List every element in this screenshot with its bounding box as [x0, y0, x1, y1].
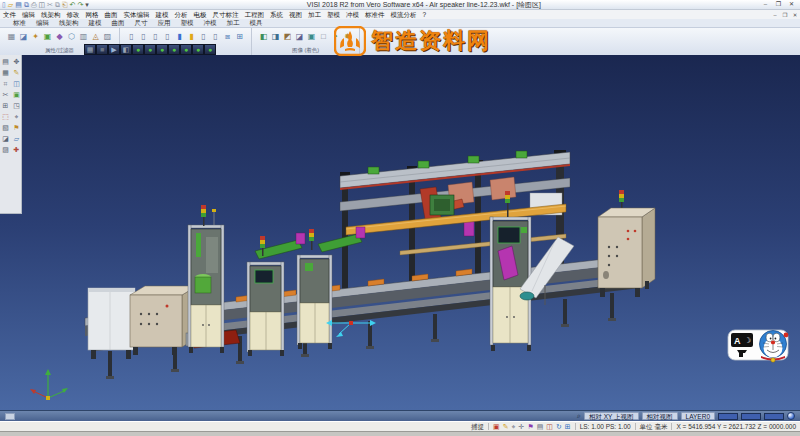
- ribbon-tool-icon[interactable]: ▣: [306, 30, 317, 43]
- view-orientation-icon[interactable]: ●: [204, 44, 216, 55]
- ribbon-tab[interactable]: 线架构: [54, 19, 84, 27]
- menu-item[interactable]: 分析: [172, 10, 191, 19]
- ribbon-tool-icon[interactable]: ◩: [282, 30, 293, 43]
- ribbon-tool-icon[interactable]: ▣: [42, 30, 53, 43]
- titlebar-tool-icon[interactable]: ▱: [8, 1, 13, 9]
- ribbon-tool-icon[interactable]: ⊞: [234, 30, 245, 43]
- ribbon-tool-icon[interactable]: ▮: [174, 30, 185, 43]
- titlebar-tool-icon[interactable]: ⎙: [31, 1, 37, 9]
- machine-3d-scene[interactable]: [0, 55, 800, 410]
- ribbon-tool-icon[interactable]: ◪: [18, 30, 29, 43]
- palette-tool-icon[interactable]: ✚: [11, 144, 22, 155]
- render-mode-icon[interactable]: [787, 412, 795, 420]
- ribbon-tab[interactable]: 建模: [84, 19, 107, 27]
- titlebar-tool-icon[interactable]: ▤: [15, 1, 22, 9]
- ribbon-tool-icon[interactable]: ▥: [78, 30, 89, 43]
- ribbon-tab[interactable]: 曲面: [107, 19, 130, 27]
- ribbon-tool-icon[interactable]: ▮: [186, 30, 197, 43]
- ribbon-tool-icon[interactable]: ▦: [6, 30, 17, 43]
- ribbon-tool-icon[interactable]: ◬: [90, 30, 101, 43]
- minimize-button[interactable]: –: [759, 0, 772, 9]
- workplane-selector[interactable]: 相对 XY 上视图: [584, 412, 639, 420]
- view-orientation-icon[interactable]: ▶: [108, 44, 120, 55]
- ribbon-tool-icon[interactable]: ▯: [210, 30, 221, 43]
- menu-item[interactable]: 塑模: [324, 10, 343, 19]
- menu-item[interactable]: 加工: [305, 10, 324, 19]
- palette-tool-icon[interactable]: ◫: [11, 78, 22, 89]
- palette-tool-icon[interactable]: ▦: [0, 67, 11, 78]
- ribbon-tool-icon[interactable]: ▯: [162, 30, 173, 43]
- menu-item[interactable]: 曲面: [102, 10, 121, 19]
- snap-toggle-icon[interactable]: ↻: [556, 423, 562, 431]
- view-orientation-icon[interactable]: ◧: [120, 44, 132, 55]
- maximize-button[interactable]: ❐: [772, 0, 785, 9]
- titlebar-tool-icon[interactable]: ↷: [77, 1, 83, 9]
- snap-toggle-icon[interactable]: ✎: [503, 423, 509, 431]
- view-orientation-icon[interactable]: ▦: [84, 44, 96, 55]
- palette-tool-icon[interactable]: ▨: [0, 144, 11, 155]
- snap-toggle-icon[interactable]: ⚑: [527, 423, 533, 431]
- titlebar-tool-icon[interactable]: ⧉: [55, 1, 60, 9]
- ribbon-tab[interactable]: 应用: [153, 19, 176, 27]
- ribbon-tab[interactable]: 冲模: [199, 19, 222, 27]
- titlebar-tool-icon[interactable]: ▯: [2, 1, 6, 9]
- view-orientation-icon[interactable]: ●: [180, 44, 192, 55]
- ribbon-tab[interactable]: 塑模: [176, 19, 199, 27]
- menu-item[interactable]: 网格: [83, 10, 102, 19]
- ribbon-tool-icon[interactable]: ◔: [330, 30, 341, 43]
- palette-tool-icon[interactable]: ◪: [0, 133, 11, 144]
- view-orientation-icon[interactable]: ●: [144, 44, 156, 55]
- menu-item[interactable]: 电极: [191, 10, 210, 19]
- menu-item[interactable]: 实体编辑: [121, 10, 153, 19]
- search-icon[interactable]: ⌕: [577, 412, 581, 420]
- color-swatch[interactable]: [741, 413, 761, 420]
- assistbar-handle[interactable]: [5, 413, 15, 420]
- palette-tool-icon[interactable]: ✎: [11, 67, 22, 78]
- layer-selector[interactable]: LAYER0: [681, 412, 715, 420]
- view-orientation-icon[interactable]: ●: [192, 44, 204, 55]
- menu-item[interactable]: 工程图: [242, 10, 268, 19]
- ime-toolbar-widget[interactable]: A ☽: [727, 327, 793, 365]
- palette-tool-icon[interactable]: ⬚: [0, 111, 11, 122]
- menu-item[interactable]: 尺寸标注: [210, 10, 242, 19]
- snap-toggle-icon[interactable]: ◫: [546, 423, 553, 431]
- ribbon-tab[interactable]: 编辑: [31, 19, 54, 27]
- menu-item[interactable]: 文件: [0, 10, 19, 19]
- titlebar-tool-icon[interactable]: ⧉: [24, 1, 29, 9]
- palette-tool-icon[interactable]: ✥: [11, 56, 22, 67]
- palette-tool-icon[interactable]: ⌗: [0, 78, 11, 89]
- ribbon-tab[interactable]: 加工: [222, 19, 245, 27]
- palette-tool-icon[interactable]: ▱: [11, 133, 22, 144]
- menu-item[interactable]: 建模: [153, 10, 172, 19]
- ribbon-tool-icon[interactable]: ⧈: [222, 30, 233, 43]
- ribbon-tool-icon[interactable]: ▯: [138, 30, 149, 43]
- titlebar-tool-icon[interactable]: ⎗: [62, 1, 68, 9]
- ribbon-tab[interactable]: 标准: [8, 19, 31, 27]
- snap-toggle-icon[interactable]: ▣: [493, 423, 500, 431]
- palette-tool-icon[interactable]: ▣: [11, 89, 22, 100]
- ribbon-tool-icon[interactable]: □: [318, 30, 329, 43]
- titlebar-tool-icon[interactable]: ✂: [47, 1, 53, 9]
- menu-item[interactable]: 模流分析: [388, 10, 420, 19]
- palette-tool-icon[interactable]: ✂: [0, 89, 11, 100]
- snap-toggle-icon[interactable]: ⌖: [512, 423, 516, 431]
- color-swatch[interactable]: [718, 413, 738, 420]
- relative-view-selector[interactable]: 相对视图: [642, 412, 678, 420]
- palette-tool-icon[interactable]: ◳: [11, 100, 22, 111]
- ribbon-tab[interactable]: 模具: [245, 19, 268, 27]
- palette-tool-icon[interactable]: ⚑: [11, 122, 22, 133]
- palette-tool-icon[interactable]: ▤: [0, 56, 11, 67]
- ribbon-tool-icon[interactable]: ▯: [198, 30, 209, 43]
- snap-toggle-icon[interactable]: ✛: [519, 423, 525, 431]
- ribbon-tab[interactable]: 尺寸: [130, 19, 153, 27]
- viewport[interactable]: ▤✥▦✎⌗◫✂▣⊞◳⬚⌖▧⚑◪▱▨✚ A ☽: [0, 55, 800, 410]
- ribbon-tool-icon[interactable]: ▯: [150, 30, 161, 43]
- ribbon-tool-icon[interactable]: ◧: [258, 30, 269, 43]
- menu-item[interactable]: 系统: [267, 10, 286, 19]
- titlebar-tool-icon[interactable]: ◫: [38, 1, 45, 9]
- ribbon-tool-icon[interactable]: ✸: [342, 30, 353, 43]
- ribbon-tool-icon[interactable]: ⬡: [66, 30, 77, 43]
- menu-item[interactable]: ?: [420, 10, 430, 19]
- ribbon-tool-icon[interactable]: ▯: [126, 30, 137, 43]
- ribbon-tool-icon[interactable]: ◪: [294, 30, 305, 43]
